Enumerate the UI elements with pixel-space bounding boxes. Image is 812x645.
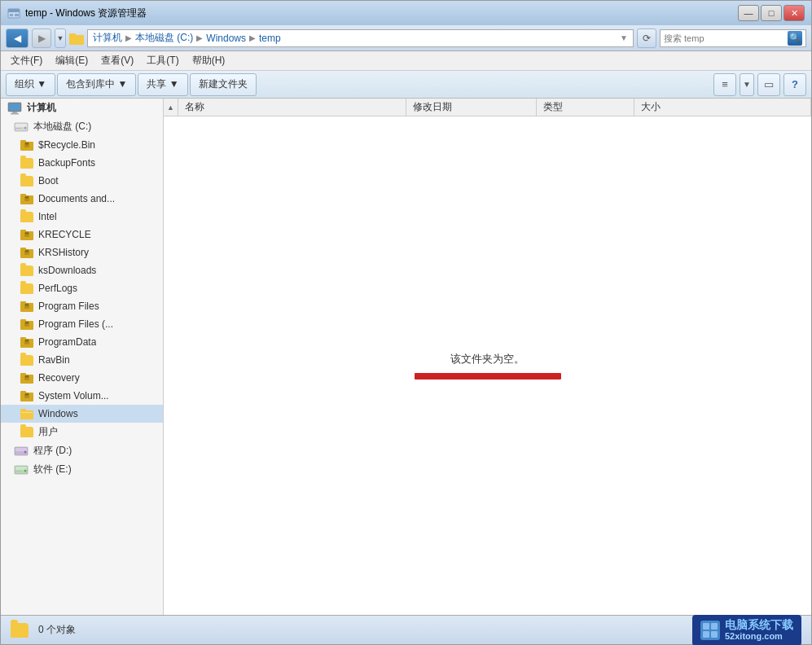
address-bar: ◀ ▶ ▼ 计算机 ▶ 本地磁盘 (C:) ▶ Windows ▶ temp ▼…: [1, 25, 811, 51]
dropdown-button[interactable]: ▼: [55, 29, 66, 48]
sidebar-item-intel[interactable]: Intel: [1, 208, 163, 226]
boot-label: Boot: [38, 175, 59, 186]
programdata-label: ProgramData: [38, 336, 96, 348]
search-button[interactable]: 🔍: [788, 31, 802, 46]
share-button[interactable]: 共享 ▼: [138, 73, 187, 96]
menu-bar: 文件(F) 编辑(E) 查看(V) 工具(T) 帮助(H): [1, 51, 811, 71]
backup-fonts-label: BackupFonts: [38, 157, 95, 169]
svg-rect-56: [15, 452, 22, 453]
view-dropdown-button[interactable]: ▼: [740, 73, 754, 96]
folder-icon-backup: [20, 158, 33, 169]
sidebar-item-program-files[interactable]: Program Files: [1, 297, 163, 315]
svg-rect-8: [12, 112, 17, 113]
svg-rect-39: [20, 337, 26, 340]
sidebar-item-krshistory[interactable]: KRSHistory: [1, 244, 163, 261]
drive-e-icon: [14, 464, 29, 476]
svg-rect-51: [20, 409, 26, 411]
svg-rect-35: [20, 319, 26, 322]
col-name-label: 名称: [185, 100, 204, 114]
path-local-disk[interactable]: 本地磁盘 (C:): [135, 31, 193, 45]
sidebar-item-programdata[interactable]: ProgramData: [1, 333, 163, 351]
path-windows[interactable]: Windows: [206, 33, 246, 44]
path-temp[interactable]: temp: [259, 33, 281, 44]
col-header-date[interactable]: 修改日期: [406, 99, 537, 116]
sidebar-item-drive-e[interactable]: 软件 (E:): [1, 460, 163, 479]
menu-file[interactable]: 文件(F): [4, 52, 49, 69]
file-list: ▲ 名称 修改日期 类型 大小 该文件夹为空。: [164, 99, 811, 615]
locked-folder-icon-pd: [20, 336, 33, 348]
col-header-type[interactable]: 类型: [537, 99, 634, 116]
pane-button[interactable]: ▭: [757, 73, 780, 96]
sidebar-item-users[interactable]: 用户: [1, 423, 163, 441]
svg-rect-7: [9, 103, 20, 111]
menu-help[interactable]: 帮助(H): [186, 52, 232, 69]
forward-button[interactable]: ▶: [32, 29, 51, 48]
organize-button[interactable]: 组织 ▼: [6, 73, 55, 96]
help-button[interactable]: ?: [783, 73, 806, 96]
close-button[interactable]: ✕: [783, 5, 805, 21]
sidebar-item-ksdownloads[interactable]: ksDownloads: [1, 261, 163, 279]
include-library-button[interactable]: 包含到库中 ▼: [57, 73, 136, 96]
sidebar-item-recycle-bin[interactable]: $Recycle.Bin: [1, 136, 163, 154]
sidebar-item-perflogs[interactable]: PerfLogs: [1, 279, 163, 297]
col-header-size[interactable]: 大小: [634, 99, 811, 116]
svg-rect-1: [8, 9, 20, 12]
status-folder-icon: [11, 623, 29, 638]
new-folder-button[interactable]: 新建文件夹: [190, 73, 257, 96]
search-box[interactable]: 🔍: [660, 29, 806, 47]
status-bar: 0 个对象 电脑系统下载 52xitong.com: [1, 615, 811, 644]
sidebar-item-documents[interactable]: Documents and...: [1, 190, 163, 208]
sidebar-item-program-files-x86[interactable]: Program Files (...: [1, 315, 163, 333]
watermark-sub-text: 52xitong.com: [725, 631, 793, 642]
locked-folder-icon-sv: [20, 390, 33, 401]
folder-icon-perflogs: [20, 283, 33, 294]
drive-c-icon: [14, 121, 29, 133]
col-header-name[interactable]: 名称: [178, 99, 406, 116]
sidebar-item-recovery[interactable]: Recovery: [1, 369, 163, 387]
back-button[interactable]: ◀: [6, 29, 29, 48]
program-files-label: Program Files: [38, 301, 99, 312]
menu-view[interactable]: 查看(V): [94, 52, 140, 69]
sidebar-item-local-disk-c[interactable]: 本地磁盘 (C:): [1, 117, 163, 136]
refresh-button[interactable]: ⟳: [637, 29, 656, 48]
col-date-label: 修改日期: [413, 100, 452, 114]
sidebar-item-boot[interactable]: Boot: [1, 172, 163, 190]
address-path[interactable]: 计算机 ▶ 本地磁盘 (C:) ▶ Windows ▶ temp ▼: [87, 29, 634, 47]
menu-edit[interactable]: 编辑(E): [49, 52, 94, 69]
sidebar-item-ravbin[interactable]: RavBin: [1, 351, 163, 369]
minimize-button[interactable]: —: [738, 5, 759, 21]
sidebar-item-krecycle[interactable]: KRECYCLE: [1, 226, 163, 244]
menu-tools[interactable]: 工具(T): [140, 52, 185, 69]
locked-folder-icon-pf: [20, 301, 33, 312]
svg-rect-23: [20, 230, 26, 232]
computer-label: 计算机: [27, 101, 56, 115]
folder-icon-intel: [20, 212, 33, 222]
empty-message: 该文件夹为空。: [450, 352, 525, 366]
window-title: temp - Windows 资源管理器: [25, 7, 147, 20]
sidebar-item-windows[interactable]: Windows: [1, 405, 163, 423]
sidebar-item-backup-fonts[interactable]: BackupFonts: [1, 154, 163, 172]
col-size-label: 大小: [641, 100, 661, 114]
recycle-bin-label: $Recycle.Bin: [38, 139, 95, 151]
svg-point-55: [24, 450, 27, 453]
locked-folder-icon-recycle: [20, 139, 33, 151]
locked-folder-icon-docs: [20, 193, 33, 204]
watermark-area: 电脑系统下载 52xitong.com: [692, 615, 801, 645]
window-icon: [7, 7, 20, 20]
svg-rect-3: [15, 14, 19, 16]
svg-rect-47: [20, 391, 26, 393]
svg-rect-54: [15, 448, 27, 451]
sidebar-item-drive-d[interactable]: 程序 (D:): [1, 441, 163, 460]
sidebar-item-computer[interactable]: 计算机: [1, 99, 163, 117]
program-files-x86-label: Program Files (...: [38, 318, 113, 330]
title-bar-left: temp - Windows 资源管理器: [7, 7, 147, 20]
drive-d-icon: [14, 445, 29, 457]
sidebar: 计算机 本地磁盘 (C:): [1, 99, 164, 615]
view-icon-button[interactable]: ≡: [713, 73, 736, 96]
sidebar-item-system-volume[interactable]: System Volum...: [1, 387, 163, 405]
svg-rect-58: [15, 467, 27, 470]
maximize-button[interactable]: □: [761, 5, 782, 21]
svg-rect-52: [21, 412, 33, 413]
path-computer[interactable]: 计算机: [93, 31, 122, 45]
search-input[interactable]: [664, 33, 784, 43]
